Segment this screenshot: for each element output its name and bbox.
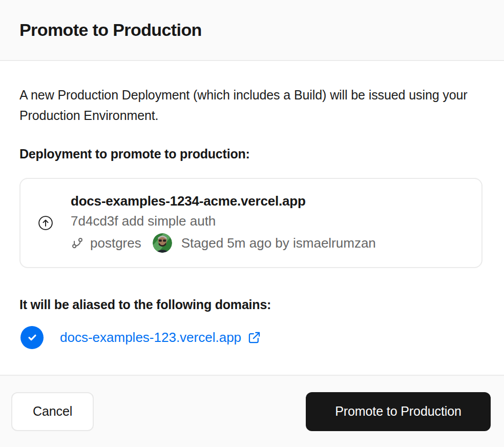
dialog-header: Promote to Production [0,0,504,61]
dialog-title: Promote to Production [19,20,202,40]
arrow-up-circle-icon [38,215,53,231]
dialog-body: A new Production Deployment (which inclu… [0,61,504,375]
deployment-commit: 7d4cd3f add simple auth [71,213,376,229]
promote-to-production-button[interactable]: Promote to Production [306,392,491,431]
git-branch-icon [71,236,84,250]
deployment-status-line: Staged 5m ago by ismaelrumzan [181,235,376,251]
external-link-icon [247,331,261,344]
check-circle-icon [20,326,44,349]
promote-dialog: Promote to Production A new Production D… [0,0,504,447]
deployment-section-heading: Deployment to promote to production: [19,145,482,162]
deployment-card: docs-examples-1234-acme.vercel.app 7d4cd… [19,178,482,268]
dialog-description: A new Production Deployment (which inclu… [19,85,482,126]
deployment-card-lines: docs-examples-1234-acme.vercel.app 7d4cd… [71,193,376,253]
dialog-footer: Cancel Promote to Production [0,375,504,447]
alias-domain-text: docs-examples-123.vercel.app [60,330,241,346]
alias-section-heading: It will be aliased to the following doma… [19,296,482,313]
alias-domain-row: docs-examples-123.vercel.app [19,326,482,349]
avatar [153,233,172,253]
deployment-domain: docs-examples-1234-acme.vercel.app [71,193,376,209]
deployment-meta: postgres [71,233,376,253]
branch-name: postgres [90,235,141,251]
alias-domain-link[interactable]: docs-examples-123.vercel.app [60,330,261,346]
cancel-button[interactable]: Cancel [11,392,94,431]
